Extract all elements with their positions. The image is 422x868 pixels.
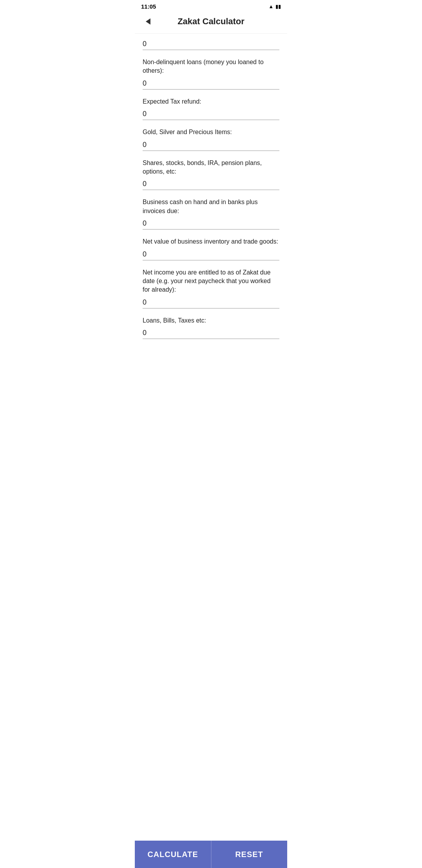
business-inventory-input[interactable] [143, 248, 279, 260]
tax-refund-label: Expected Tax refund: [143, 97, 279, 106]
gold-silver-label: Gold, Silver and Precious Items: [143, 128, 279, 136]
field-group-gold-silver: Gold, Silver and Precious Items: [143, 122, 279, 153]
field-group-loans: Non-delinquent loans (money you loaned t… [143, 52, 279, 92]
field-group-loans-bills: Loans, Bills, Taxes etc: [143, 311, 279, 341]
status-bar: 11:05 ▲ ▮▮ [135, 0, 287, 11]
shares-input[interactable] [143, 178, 279, 190]
field-group-tax-refund: Expected Tax refund: [143, 92, 279, 122]
page-title: Zakat Calculator [158, 16, 264, 27]
gold-silver-input[interactable] [143, 138, 279, 151]
business-cash-input[interactable] [143, 217, 279, 230]
business-inventory-label: Net value of business inventory and trad… [143, 237, 279, 246]
business-cash-label: Business cash on hand and in banks plus … [143, 198, 279, 215]
shares-label: Shares, stocks, bonds, IRA, pension plan… [143, 159, 279, 176]
status-icons: ▲ ▮▮ [268, 4, 281, 9]
field-group-business-cash: Business cash on hand and in banks plus … [143, 192, 279, 232]
status-time: 11:05 [141, 3, 156, 10]
wifi-icon: ▲ [268, 4, 274, 9]
header: Zakat Calculator [135, 11, 287, 34]
field-group-net-income: Net income you are entitled to as of Zak… [143, 263, 279, 311]
net-income-label: Net income you are entitled to as of Zak… [143, 268, 279, 294]
content: Non-delinquent loans (money you loaned t… [135, 34, 287, 377]
tax-refund-input[interactable] [143, 108, 279, 120]
field-group-shares: Shares, stocks, bonds, IRA, pension plan… [143, 153, 279, 193]
net-income-input[interactable] [143, 296, 279, 308]
loans-bills-input[interactable] [143, 326, 279, 339]
field-group-business-inventory: Net value of business inventory and trad… [143, 232, 279, 262]
loans-bills-label: Loans, Bills, Taxes etc: [143, 316, 279, 325]
cash-input[interactable] [143, 38, 279, 50]
field-group-cash [143, 34, 279, 52]
back-icon [146, 18, 150, 25]
back-button[interactable] [141, 14, 155, 29]
signal-icon: ▮▮ [275, 4, 281, 9]
loans-label: Non-delinquent loans (money you loaned t… [143, 58, 279, 75]
loans-input[interactable] [143, 77, 279, 90]
